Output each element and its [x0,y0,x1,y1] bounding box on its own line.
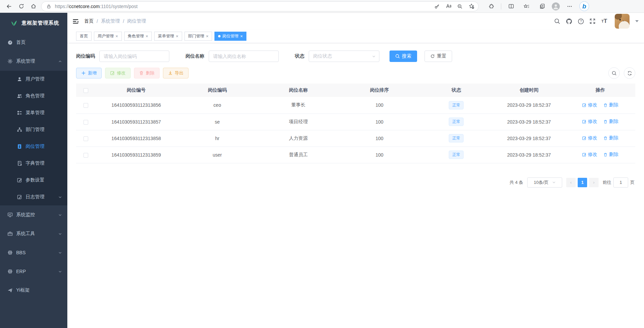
close-icon[interactable]: × [206,34,209,38]
trash-icon [603,136,608,140]
row-checkbox[interactable] [83,120,88,125]
zoom-out-icon[interactable] [455,1,464,12]
sidebar-group-system[interactable]: 系统管理 [0,52,67,71]
header-search-icon[interactable] [554,18,561,25]
show-search-toggle-button[interactable] [608,67,620,79]
row-edit-link[interactable]: 修改 [582,135,597,141]
github-icon[interactable] [566,18,572,25]
close-icon[interactable]: × [240,34,243,38]
col-status: 状态 [420,84,493,97]
tab-dept-mgmt[interactable]: 部门管理× [184,32,212,41]
app-logo[interactable]: 意框架管理系统 [0,13,67,33]
breadcrumb-home[interactable]: 首页 [84,18,94,24]
total-count: 共 4 条 [510,179,523,186]
edit-icon [582,103,586,107]
post-code-input[interactable] [99,51,169,62]
paper-plane-icon [7,288,13,293]
trash-icon [139,71,144,75]
tab-home[interactable]: 首页 [76,32,92,41]
browser-actions: b [485,1,589,12]
tab-post-mgmt[interactable]: 岗位管理× [214,32,246,41]
row-edit-link[interactable]: 修改 [582,152,597,158]
row-edit-link[interactable]: 修改 [582,102,597,108]
edit-button[interactable]: 修改 [105,68,131,78]
avatar-caret-icon[interactable] [635,20,639,22]
add-button[interactable]: 新增 [76,68,102,78]
add-favorite-star-icon[interactable] [467,1,476,12]
browser-home-icon[interactable] [28,1,39,12]
browser-profile-avatar[interactable] [552,2,560,10]
app-header: 首页 / 系统管理 / 岗位管理 ? TT [67,13,644,30]
export-button[interactable]: 导出 [163,68,189,78]
tab-user-mgmt[interactable]: 用户管理× [94,32,122,41]
sidebar-collapse-icon[interactable] [72,18,79,25]
browser-refresh-icon[interactable] [15,1,27,12]
delete-button[interactable]: 删除 [134,68,160,78]
split-screen-icon[interactable] [505,1,517,12]
favorites-bar-icon[interactable] [521,1,532,12]
divider [501,3,501,9]
sidebar-item-user-mgmt[interactable]: 用户管理 [0,71,67,88]
collections-icon[interactable] [536,1,548,12]
edit-icon [582,136,586,140]
search-button[interactable]: 搜索 [389,51,417,62]
row-checkbox[interactable] [83,153,88,158]
read-aloud-icon[interactable] [444,1,453,12]
extensions-puzzle-icon[interactable] [485,1,497,12]
row-delete-link[interactable]: 删除 [603,135,618,141]
address-bar[interactable]: https://ccnetcore.com:1101/system/post [41,1,479,11]
sidebar-group-log-mgmt[interactable]: 日志管理 [0,189,67,205]
close-icon[interactable]: × [176,34,178,38]
post-table: 岗位编号 岗位编码 岗位名称 岗位排序 状态 创建时间 操作 164103059… [76,84,635,163]
sidebar-item-dept-mgmt[interactable]: 部门管理 [0,121,67,138]
next-page-button[interactable]: › [589,178,599,187]
row-edit-link[interactable]: 修改 [582,119,597,125]
row-delete-link[interactable]: 删除 [603,102,618,108]
row-checkbox[interactable] [83,103,88,108]
row-checkbox[interactable] [83,136,88,141]
current-page-button[interactable]: 1 [578,178,587,187]
col-post-name: 岗位名称 [258,84,339,97]
sidebar-item-yi-framework[interactable]: Yi框架 [0,281,67,300]
user-avatar[interactable] [615,14,630,29]
close-icon[interactable]: × [146,34,148,38]
sidebar-item-post-mgmt[interactable]: 岗位管理 [0,138,67,155]
reset-button[interactable]: 重置 [425,51,452,62]
password-key-icon[interactable] [433,1,441,12]
status-select[interactable]: 岗位状态 [309,51,379,62]
url-text[interactable]: https://ccnetcore.com:1101/system/post [55,4,433,9]
sidebar-group-tools[interactable]: 系统工具 [0,224,67,243]
help-question-icon[interactable]: ? [577,18,584,25]
sidebar-group-erp[interactable]: ERP [0,262,67,281]
browser-menu-ellipsis-icon[interactable] [564,1,575,12]
prev-page-button[interactable]: ‹ [566,178,576,187]
goto-page-input[interactable] [613,177,628,188]
sidebar-item-menu-mgmt[interactable]: 菜单管理 [0,104,67,121]
lock-icon [45,3,52,10]
close-icon[interactable]: × [115,34,118,38]
browser-back-icon[interactable] [3,1,15,12]
sidebar-item-role-mgmt[interactable]: 角色管理 [0,88,67,104]
tab-role-mgmt[interactable]: 角色管理× [124,32,152,41]
breadcrumb: 首页 / 系统管理 / 岗位管理 [84,18,146,24]
users-icon [17,93,22,99]
post-name-input[interactable] [209,51,279,62]
sidebar-group-bbs[interactable]: BBS [0,243,67,262]
row-delete-link[interactable]: 删除 [603,152,618,158]
active-dot [218,35,221,37]
page-size-select[interactable]: 10条/页 [527,177,562,188]
edit-icon [582,120,586,124]
fullscreen-icon[interactable] [589,18,596,25]
table-toolbar: 新增 修改 删除 导出 [76,67,635,79]
sidebar-group-monitor[interactable]: 系统监控 [0,205,67,224]
sidebar-item-home[interactable]: 首页 [0,33,67,52]
bing-copilot-icon[interactable]: b [579,1,589,11]
font-size-icon[interactable]: TT [601,18,608,25]
select-all-checkbox[interactable] [83,88,88,93]
sidebar-item-param-settings[interactable]: 参数设置 [0,172,67,189]
refresh-table-button[interactable] [624,67,635,79]
sidebar-item-dict-mgmt[interactable]: 字典管理 [0,155,67,172]
edit-icon [110,71,115,75]
row-delete-link[interactable]: 删除 [603,119,618,125]
tab-menu-mgmt[interactable]: 菜单管理× [154,32,182,41]
